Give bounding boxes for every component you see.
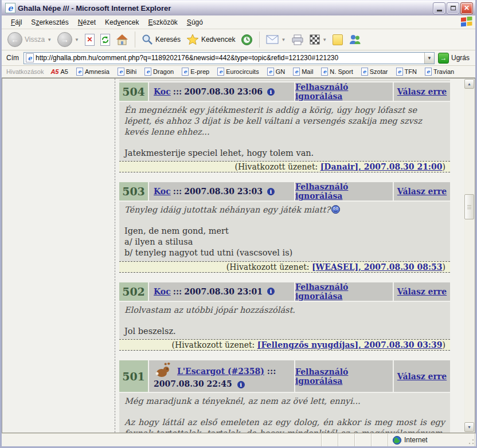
page-icon: e <box>217 68 224 76</box>
post-header: 504 Koc ::: 2007.08.30 23:06 i Felhaszná… <box>119 82 450 101</box>
referenced-message-link[interactable]: [Fellengzős nyugdíjas], 2007.08.30 03:39 <box>257 340 443 349</box>
note-icon <box>333 34 343 45</box>
scroll-up-button[interactable]: ▲ <box>464 79 474 89</box>
stop-button[interactable]: ✕ <box>83 33 97 47</box>
info-icon[interactable]: i <box>267 188 275 195</box>
reply-cell: Válasz erre <box>394 360 450 392</box>
links-bar-label: Hivatkozások <box>4 68 46 75</box>
menu-item-help[interactable]: Súgó <box>182 17 208 28</box>
menu-item-favorites[interactable]: Kedvencek <box>100 17 143 28</box>
menu-item-view[interactable]: Nézet <box>73 17 100 28</box>
vertical-scrollbar[interactable]: ▲ ▼ <box>464 79 474 432</box>
reply-link[interactable]: Válasz erre <box>397 372 447 381</box>
referenced-message-link[interactable]: [Danair], 2007.08.30 21:00 <box>320 162 443 171</box>
reply-link[interactable]: Válasz erre <box>397 87 447 96</box>
windows-logo-icon <box>460 17 473 28</box>
history-button[interactable] <box>238 33 255 47</box>
ignore-user-link[interactable]: Felhasználó ignorálása <box>295 82 393 101</box>
address-input[interactable] <box>36 53 424 63</box>
forward-icon: → <box>57 32 72 47</box>
post-body: Tényleg idáig jutottak néhányan egy játé… <box>119 202 450 261</box>
quoted-text: Tényleg idáig jutottak néhányan egy játé… <box>124 205 445 215</box>
back-button[interactable]: ← Vissza ▼ <box>5 31 54 48</box>
ignore-user-cell: Felhasználó ignorálása <box>295 360 393 392</box>
favorites-button[interactable]: Kedvencek <box>184 33 237 46</box>
search-icon <box>142 34 153 45</box>
forum-post-502: 502 Koc ::: 2007.08.30 23:01 i Felhaszná… <box>119 282 450 351</box>
forward-chevron-down-icon[interactable]: ▼ <box>75 37 79 42</box>
address-dropdown-button[interactable]: ▼ <box>424 53 434 64</box>
go-button[interactable]: → Ugrás <box>437 52 473 64</box>
status-bar: Internet <box>2 433 475 446</box>
link-gn[interactable]: eGN <box>264 67 289 76</box>
home-icon <box>116 34 128 45</box>
author-link[interactable]: Koc <box>154 87 171 96</box>
referenced-message-bar: (Hivatkozott üzenet: [Danair], 2007.08.3… <box>119 161 450 172</box>
link-amnesia[interactable]: eAmnesia <box>73 67 113 76</box>
link-bihi[interactable]: eBihi <box>114 67 140 76</box>
link-szotar[interactable]: eSzotar <box>358 67 392 76</box>
post-date: 2007.08.30 22:45 <box>154 379 232 388</box>
favorites-label: Kedvencek <box>201 36 235 44</box>
info-icon[interactable]: i <box>237 381 245 388</box>
page-viewport: 504 Koc ::: 2007.08.30 23:06 i Felhaszná… <box>2 78 475 433</box>
edit-button[interactable]: ▼ <box>307 33 329 46</box>
reply-link[interactable]: Válasz erre <box>397 187 447 196</box>
resize-grip[interactable] <box>467 438 475 446</box>
scroll-down-button[interactable]: ▼ <box>464 422 474 432</box>
home-button[interactable] <box>114 33 131 46</box>
link-eprep[interactable]: eE-prep <box>178 67 213 76</box>
quoted-text: Elolvastam az utóbbi jópár hozzászólást. <box>124 305 445 316</box>
page-icon: e <box>321 68 328 76</box>
messenger-button[interactable] <box>346 33 363 46</box>
post-number: 503 <box>119 182 148 201</box>
author-link[interactable]: L'Escargot (#2358) <box>177 367 264 376</box>
link-eurocircuits[interactable]: eEurocircuits <box>214 67 262 76</box>
info-icon[interactable]: i <box>267 288 275 295</box>
edit-chevron-down-icon[interactable]: ▼ <box>322 37 327 42</box>
menu-item-edit[interactable]: Szerkesztés <box>26 17 73 28</box>
address-label: Cím <box>4 54 21 62</box>
ignore-user-link[interactable]: Felhasználó ignorálása <box>295 367 393 386</box>
link-nsport[interactable]: eN. Sport <box>318 67 356 76</box>
notes-button[interactable] <box>330 33 345 46</box>
menu-item-file[interactable]: Fájl <box>6 17 26 28</box>
forward-button[interactable]: → ▼ <box>55 31 81 48</box>
maximize-button[interactable] <box>447 2 459 14</box>
back-chevron-down-icon[interactable]: ▼ <box>47 37 52 42</box>
link-tfn[interactable]: eTFN <box>393 67 420 76</box>
ignore-user-link[interactable]: Felhasználó ignorálása <box>295 182 393 201</box>
toolbar-separator <box>135 32 135 48</box>
mail-button[interactable]: ▼ <box>264 34 288 45</box>
minimize-icon <box>437 10 442 11</box>
post-text: Jol beszelsz. <box>124 326 445 337</box>
author-link[interactable]: Koc <box>154 187 171 196</box>
author-link[interactable]: Koc <box>154 287 171 296</box>
page-icon: e <box>361 68 368 76</box>
link-travian[interactable]: eTravian <box>421 67 458 76</box>
link-mail[interactable]: eMail <box>290 67 316 76</box>
link-a5[interactable]: A5A5 <box>47 68 72 76</box>
refresh-button[interactable] <box>98 33 112 47</box>
mail-icon <box>266 35 279 44</box>
search-label: Keresés <box>155 36 181 44</box>
info-icon[interactable]: i <box>267 88 275 96</box>
rabbit-avatar-icon <box>154 363 171 378</box>
refresh-icon <box>100 34 110 46</box>
mail-chevron-down-icon[interactable]: ▼ <box>281 37 286 42</box>
close-button[interactable]: ✕ <box>460 2 473 14</box>
menu-item-tools[interactable]: Eszközök <box>143 17 182 28</box>
ignore-user-link[interactable]: Felhasználó ignorálása <box>295 282 393 301</box>
scrollbar-thumb[interactable] <box>464 194 474 219</box>
referenced-message-link[interactable]: [WEASEL], 2007.08.30 08:53 <box>312 262 443 272</box>
back-label: Vissza <box>25 36 45 44</box>
print-button[interactable] <box>289 33 306 46</box>
search-button[interactable]: Keresés <box>139 33 183 46</box>
reply-link[interactable]: Válasz erre <box>397 287 447 296</box>
internet-globe-icon <box>393 436 401 445</box>
reply-cell: Válasz erre <box>394 182 450 201</box>
link-dragon[interactable]: eDragon <box>141 67 177 76</box>
minimize-button[interactable] <box>433 2 445 14</box>
page-icon: e <box>293 68 300 76</box>
post-body: Én megnéznék egy játékmesterit is addig … <box>119 102 450 161</box>
